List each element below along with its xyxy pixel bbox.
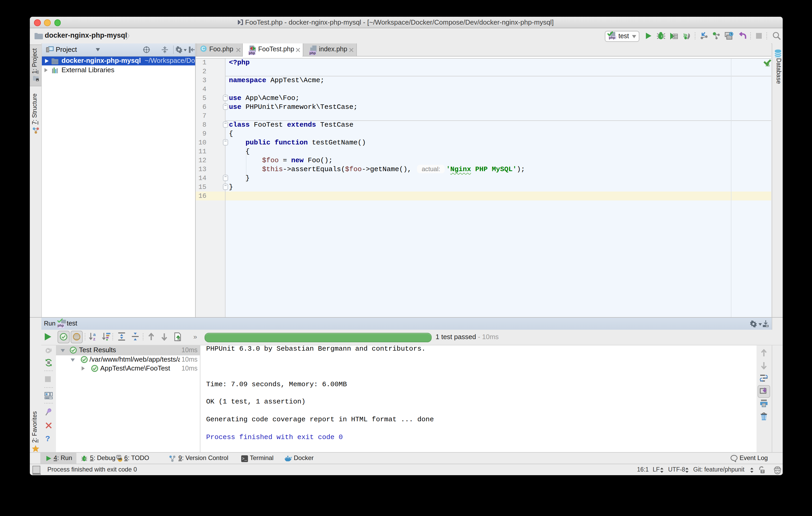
svg-text:php: php — [249, 51, 255, 55]
svg-text:T: T — [761, 470, 763, 473]
svg-text:php: php — [309, 51, 316, 55]
svg-text:z: z — [93, 337, 95, 341]
